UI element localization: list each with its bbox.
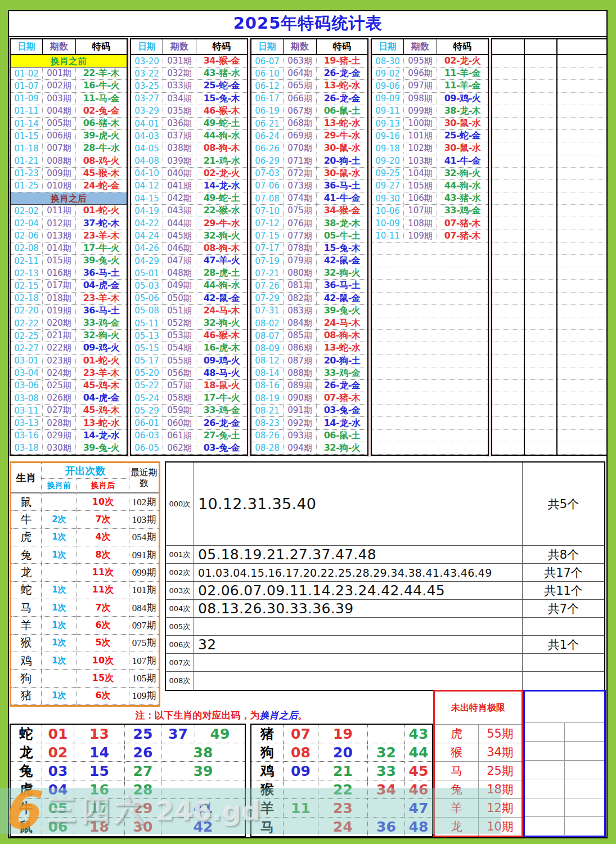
number-cell: 22: [318, 780, 368, 798]
draw-row: 02-11015期39-兔-火: [11, 255, 127, 267]
empty-cell: [492, 342, 525, 354]
empty-cell: [525, 330, 557, 342]
number-cell: 05: [42, 799, 74, 817]
column-header-row: 日期期数特码: [251, 39, 367, 55]
period-cell: 078期: [283, 243, 317, 254]
zodiac-cell: 猪: [11, 688, 42, 705]
date-cell: 06-01: [131, 418, 163, 428]
draw-row: 06-07063期19-猪-土: [251, 55, 367, 68]
empty-cell: [557, 142, 606, 155]
date-cell: 06-19: [251, 106, 283, 116]
empty-cell: [525, 192, 557, 205]
date-cell: 07-19: [251, 256, 283, 266]
draw-row: 06-19067期06-鼠-土: [251, 105, 367, 118]
draw-row: 01-07002期16-牛-火: [11, 80, 127, 92]
number-cell: 08: [284, 743, 318, 761]
date-cell: 07-03: [251, 168, 283, 178]
zodiac-label: 猪: [251, 725, 284, 743]
special-code-cell: 11-马-金: [76, 93, 127, 105]
draw-row: 05-11052期32-狗-火: [131, 317, 247, 330]
date-cell: 02-06: [11, 231, 42, 241]
empty-cell: [557, 105, 606, 118]
period-cell: 002期: [42, 80, 76, 91]
zodiac-cell: 狗: [11, 670, 42, 687]
draw-row: 08-23092期14-龙-水: [251, 417, 367, 429]
date-cell: 05-24: [131, 393, 163, 403]
date-cell: 04-15: [131, 194, 163, 204]
recent-period-cell: 105期: [129, 670, 159, 687]
number-cell: 44: [405, 743, 432, 761]
before-count-cell: 1次: [42, 582, 77, 599]
empty-column-3: [556, 38, 608, 456]
limit-period: 55期: [479, 725, 521, 743]
draw-row: 08-30095期02-龙-火: [372, 55, 488, 68]
special-code-cell: 30-鼠-水: [437, 118, 488, 129]
special-code-cell: 13-蛇-水: [317, 118, 367, 129]
empty-column-2: [524, 38, 559, 456]
empty-cell: [525, 405, 557, 417]
date-cell: 07-12: [251, 218, 283, 228]
count-label: 001次: [166, 546, 194, 563]
draw-row: 04-10040期02-龙-火: [131, 168, 247, 180]
draw-row: 04-03037期44-狗-水: [131, 130, 247, 142]
limit-period: 34期: [479, 743, 521, 761]
date-cell: 09-09: [372, 93, 403, 104]
blue-grid-cell: [565, 798, 604, 816]
special-code-cell: 43-猪-水: [437, 192, 488, 204]
special-code-cell: 08-狗-木: [317, 330, 367, 342]
column-header-row: 日期期数特码: [11, 39, 127, 55]
blue-grid-cell: [525, 798, 565, 816]
period-cell: 100期: [403, 118, 437, 129]
number-cell: 14: [74, 743, 125, 761]
period-cell: 070期: [283, 143, 317, 154]
blue-grid-row: [525, 779, 604, 797]
number-cell: 38: [161, 743, 245, 761]
period-cell: 103期: [403, 156, 437, 167]
special-code-table: 日期期数特码换肖之前01-02001期22-羊-木01-07002期16-牛-火…: [9, 38, 606, 459]
draw-row: 08-28094期32-狗-火: [251, 442, 367, 455]
period-cell: 004期: [42, 106, 76, 116]
blue-grid-cell: [525, 817, 565, 835]
number-cell: 18: [74, 818, 125, 836]
limit-period: 18期: [479, 780, 521, 798]
empty-cell: [557, 255, 606, 267]
limit-row: 虎55期: [435, 724, 521, 743]
draw-row: 02-02011期01-蛇-火: [11, 205, 127, 217]
period-cell: 031期: [163, 56, 196, 66]
number-cell: 21: [318, 762, 368, 780]
number-cell: 11: [284, 799, 318, 817]
date-cell: 06-10: [251, 69, 283, 79]
unreleased-zodiac-limit-box: 未出特肖极限 虎55期猴34期马25期兔18期羊12期龙10期: [433, 690, 523, 837]
special-code-cell: 02-龙-火: [196, 168, 247, 179]
period-cell: 067期: [283, 106, 317, 116]
count-row: 007次: [166, 654, 604, 672]
empty-cell: [492, 380, 525, 392]
draw-row: 01-15006期39-虎-火: [11, 130, 127, 142]
bottom-row: 羊112347: [251, 799, 432, 818]
draw-row: 02-25021期32-狗-火: [11, 330, 127, 342]
special-code-cell: 03-兔-金: [317, 405, 367, 416]
empty-cell: [557, 355, 606, 367]
period-cell: 028期: [42, 418, 76, 429]
date-cell: 03-20: [131, 56, 163, 66]
empty-cell: [557, 205, 606, 217]
date-column-header: 日期: [251, 39, 283, 54]
date-cell: 02-25: [11, 331, 42, 341]
zodiac-cell: 兔: [11, 546, 42, 564]
date-cell: 08-21: [251, 406, 283, 416]
date-cell: 04-03: [131, 131, 163, 141]
draw-row: 08-02084期24-马-木: [251, 317, 367, 330]
after-count-cell: 11次: [77, 564, 129, 581]
special-code-cell: 39-虎-火: [76, 130, 127, 142]
empty-cell: [492, 68, 525, 80]
period-cell: 049期: [163, 280, 196, 291]
empty-cell: [525, 342, 557, 354]
period-cell: 043期: [163, 205, 196, 216]
draw-row: 10-06107期33-鸡-金: [372, 205, 488, 217]
period-cell: 094期: [283, 443, 317, 454]
special-code-cell: 16-虎-木: [196, 342, 247, 354]
special-code-cell: 02-兔-金: [76, 105, 127, 117]
date-cell: 07-29: [251, 293, 283, 303]
date-cell: 03-11: [11, 406, 42, 416]
date-cell: 07-10: [251, 206, 283, 216]
